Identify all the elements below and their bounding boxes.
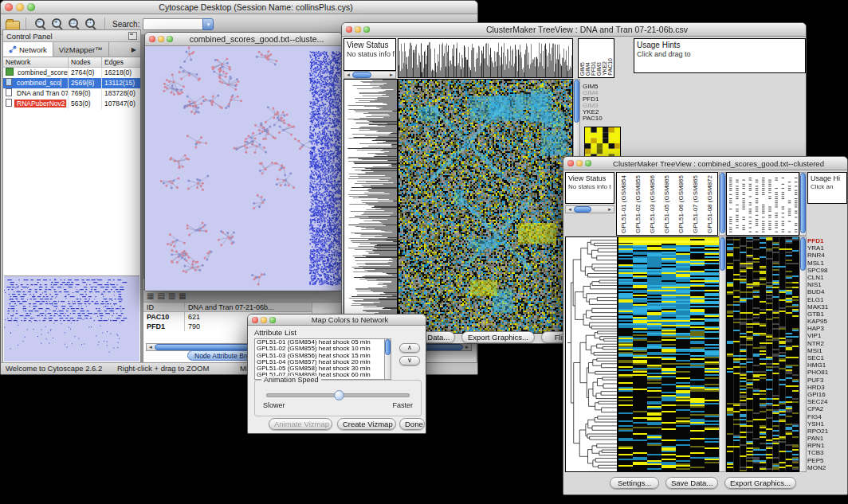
export-graphics-button[interactable]: Export Graphics... xyxy=(724,477,796,489)
float-panel-icon[interactable] xyxy=(128,32,137,40)
speed-slider-track[interactable] xyxy=(266,393,410,397)
minimize-icon[interactable] xyxy=(261,317,267,323)
col-id[interactable]: ID xyxy=(143,303,185,312)
scroll-right-icon[interactable]: ► xyxy=(606,206,614,213)
treeview-combined-titlebar[interactable]: ClusterMaker TreeView : combined_scores_… xyxy=(563,157,847,170)
close-icon[interactable] xyxy=(567,160,574,166)
gene-label[interactable]: GPI16 xyxy=(807,391,847,398)
dialog-titlebar[interactable]: Map Colors to Network xyxy=(248,315,426,326)
expression-heatmap-canvas[interactable] xyxy=(618,236,720,472)
close-icon[interactable] xyxy=(149,36,155,42)
gene-label[interactable]: BUD4 xyxy=(807,288,847,295)
gene-label[interactable]: NTR2 xyxy=(807,340,847,347)
close-icon[interactable] xyxy=(346,26,352,33)
maximize-icon[interactable] xyxy=(167,36,173,42)
maximize-icon[interactable] xyxy=(27,3,35,11)
export-graphics-button[interactable]: Export Graphics... xyxy=(461,331,535,343)
network-row[interactable]: combined_scores 2764(0) 16218(0) xyxy=(3,68,140,78)
tab-network[interactable]: Network xyxy=(3,42,53,57)
dendrogram-hscrollbar[interactable]: ◄ ► xyxy=(565,205,614,213)
minimize-icon[interactable] xyxy=(576,160,583,166)
attribute-list[interactable]: GPL51-01 (GSM854) heat shock 05 minGPL51… xyxy=(254,338,391,380)
maximize-icon[interactable] xyxy=(269,317,276,323)
combo-dropdown-icon[interactable]: ▾ xyxy=(202,18,214,30)
gene-label[interactable]: GIM3 xyxy=(596,62,602,76)
search-input[interactable] xyxy=(143,18,202,30)
gene-label[interactable]: FIG4 xyxy=(807,413,847,420)
gene-label[interactable]: KAP95 xyxy=(807,318,847,325)
gene-label[interactable]: PFD1 xyxy=(807,237,847,244)
gene-label[interactable]: HRD3 xyxy=(807,384,847,391)
move-up-button[interactable]: ∧ xyxy=(399,343,420,353)
gene-label[interactable]: SEC1 xyxy=(807,354,847,361)
array-column-label[interactable]: GPL51-03 (GSM856 xyxy=(649,175,656,233)
select-attributes-icon[interactable]: ▦ xyxy=(147,291,154,300)
gene-label[interactable]: GIM4 xyxy=(585,62,591,76)
array-column-label[interactable]: GPL51-02 (GSM855 xyxy=(634,175,642,233)
network-overview-panel[interactable] xyxy=(4,275,139,361)
minimize-icon[interactable] xyxy=(158,36,164,42)
column-dendrogram-canvas[interactable] xyxy=(398,38,573,78)
col-edges[interactable]: Edges xyxy=(102,57,140,68)
close-icon[interactable] xyxy=(5,3,13,11)
labels-vscrollbar[interactable] xyxy=(799,172,807,236)
zoom-heatmap-canvas[interactable] xyxy=(584,127,621,160)
gene-label[interactable]: RPN1 xyxy=(807,442,847,449)
heatmap-vscrollbar[interactable] xyxy=(799,236,807,472)
col-attribute[interactable]: DNA and Tran 07-21-06b... xyxy=(185,303,312,312)
network-graph-canvas[interactable] xyxy=(145,46,342,291)
heatmap-vscrollbar[interactable] xyxy=(719,236,726,472)
gene-label[interactable]: HMG1 xyxy=(807,361,847,369)
gene-label[interactable]: YKE2 xyxy=(602,61,607,76)
gene-label[interactable]: PEP5 xyxy=(807,457,847,464)
secondary-heatmap-canvas[interactable] xyxy=(726,236,799,472)
gene-label[interactable]: SEC24 xyxy=(807,398,847,405)
gene-label[interactable]: SPC98 xyxy=(807,267,847,274)
dendrogram-hscrollbar[interactable]: ◄ ► xyxy=(344,71,396,79)
maximize-icon[interactable] xyxy=(363,26,370,33)
speed-slider-thumb[interactable] xyxy=(334,390,344,400)
move-down-button[interactable]: ∨ xyxy=(399,356,420,365)
treeview-dna-titlebar[interactable]: ClusterMaker TreeView : DNA and Tran 07-… xyxy=(342,23,806,37)
row-dendrogram-canvas[interactable] xyxy=(565,236,618,472)
gene-label[interactable]: MSI1 xyxy=(807,347,847,354)
gene-label[interactable]: TCB3 xyxy=(807,449,847,456)
gene-label[interactable]: CPA2 xyxy=(807,405,847,412)
scroll-left-icon[interactable]: ◄ xyxy=(566,206,574,213)
gene-label[interactable]: RNR4 xyxy=(807,252,847,259)
col-nodes[interactable]: Nodes xyxy=(69,57,102,68)
scroll-left-icon[interactable]: ◄ xyxy=(344,72,352,78)
scroll-right-icon[interactable]: ► xyxy=(463,344,471,350)
gene-label[interactable]: GTB1 xyxy=(807,311,847,318)
array-column-label[interactable]: GPL51-01 (GSM854 xyxy=(620,175,627,233)
gene-label[interactable]: PAN1 xyxy=(807,435,847,442)
close-icon[interactable] xyxy=(252,317,258,323)
scroll-left-icon[interactable]: ◄ xyxy=(147,344,155,350)
network-row-selected[interactable]: combined_sco 2569(6) 13112(15) xyxy=(3,78,140,88)
gene-label[interactable]: HAP3 xyxy=(807,325,847,332)
array-column-label[interactable]: GPL51-05 (GSM865 xyxy=(663,175,670,233)
gene-label[interactable]: YRA1 xyxy=(807,244,847,252)
main-window-titlebar[interactable]: Cytoscape Desktop (Session Name: collins… xyxy=(1,1,477,14)
network-row[interactable]: RNAPuberNov2 563(0) 107847(0) xyxy=(3,99,140,109)
array-column-label[interactable]: GPL51-07 (GSM865 xyxy=(692,175,699,233)
tab-overflow-icon[interactable]: ▶ xyxy=(128,42,140,57)
tab-vizmapper[interactable]: VizMapper™ xyxy=(53,42,109,57)
maximize-icon[interactable] xyxy=(585,160,591,166)
gene-label[interactable]: PFD1 xyxy=(591,61,596,76)
gene-label[interactable]: NIS1 xyxy=(807,281,847,288)
network-overview-canvas[interactable] xyxy=(4,276,138,359)
row-dendrogram-canvas[interactable] xyxy=(344,79,398,334)
attribute-matrix-icon[interactable]: ▥ xyxy=(168,291,175,300)
array-column-label[interactable]: GPL51-08 (GSM872 xyxy=(706,175,713,233)
col-network[interactable]: Network xyxy=(3,57,69,68)
gene-label[interactable]: PAC10 xyxy=(607,58,613,76)
network-view-titlebar[interactable]: combined_scores_good.txt--cluste... xyxy=(145,33,342,46)
import-attributes-icon[interactable]: ▦ xyxy=(179,291,186,300)
minimize-icon[interactable] xyxy=(355,26,361,33)
gene-label[interactable]: CLN1 xyxy=(807,274,847,281)
done-button[interactable]: Done xyxy=(399,418,425,430)
gene-label[interactable]: VIP1 xyxy=(807,332,847,339)
attribute-table-icon[interactable]: ▤ xyxy=(157,291,164,300)
array-column-label[interactable]: GPL51-06 (GSM865 xyxy=(677,175,685,233)
